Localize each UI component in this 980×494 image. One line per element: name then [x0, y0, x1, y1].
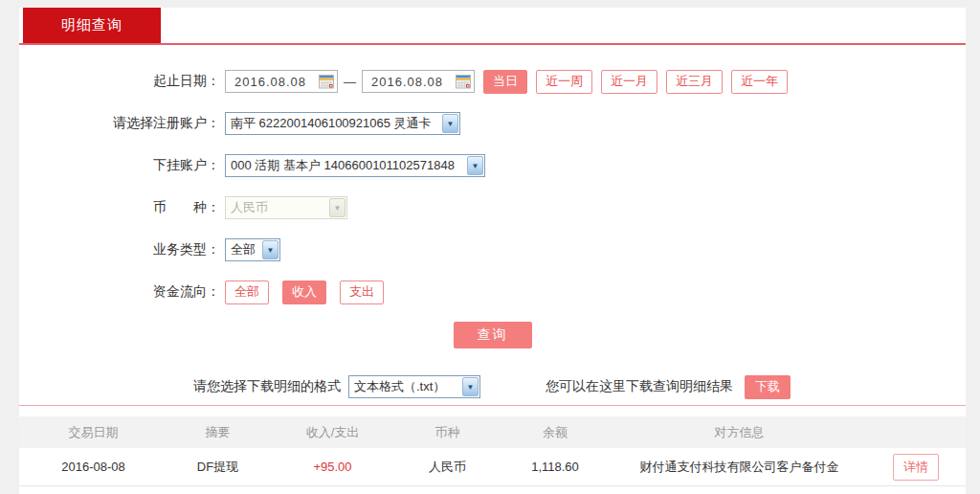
- query-button[interactable]: 查询: [454, 322, 532, 348]
- download-format-label: 请您选择下载明细的格式: [193, 378, 341, 395]
- download-format-select[interactable]: 文本格式（.txt） ▼: [348, 375, 480, 398]
- register-account-value: 南平 6222001406100921065 灵通卡: [226, 115, 442, 132]
- business-type-label: 业务类型：: [19, 241, 220, 258]
- business-type-select[interactable]: 全部 ▼: [225, 238, 280, 261]
- header-income-expense: 收入/支出: [268, 424, 397, 441]
- cell-summary: DF提现: [167, 459, 268, 476]
- fund-direction-expense-button[interactable]: 支出: [340, 281, 384, 304]
- chevron-down-icon: ▼: [442, 114, 458, 133]
- header-counterparty: 对方信息: [612, 424, 866, 441]
- cell-currency: 人民币: [397, 459, 498, 476]
- query-form: 起止日期： 2016.08.08: [19, 45, 966, 486]
- fund-direction-income-button[interactable]: 收入: [282, 281, 326, 304]
- cell-counterparty: 财付通支付科技有限公司客户备付金: [612, 459, 866, 476]
- chevron-down-icon: ▼: [329, 198, 345, 217]
- calendar-icon[interactable]: [456, 74, 471, 89]
- quick-range-month-button[interactable]: 近一月: [601, 70, 657, 94]
- date-range-row: 起止日期： 2016.08.08: [19, 69, 966, 94]
- quick-range-today-button[interactable]: 当日: [483, 70, 527, 94]
- currency-value: 人民币: [226, 199, 329, 216]
- register-account-select[interactable]: 南平 6222001406100921065 灵通卡 ▼: [225, 112, 460, 135]
- tab-detail-query[interactable]: 明细查询: [23, 8, 161, 43]
- download-hint: 您可以在这里下载查询明细结果: [546, 378, 733, 395]
- register-account-row: 请选择注册账户： 南平 6222001406100921065 灵通卡 ▼: [19, 111, 966, 136]
- register-account-label: 请选择注册账户：: [19, 115, 220, 132]
- end-date-value: 2016.08.08: [371, 75, 456, 89]
- fund-direction-all-button[interactable]: 全部: [225, 281, 269, 304]
- end-date-input[interactable]: 2016.08.08: [362, 70, 475, 93]
- table-header-row: 交易日期 摘要 收入/支出 币种 余额 对方信息: [19, 416, 966, 448]
- chevron-down-icon: ▼: [262, 240, 278, 259]
- business-type-value: 全部: [226, 241, 262, 258]
- sub-account-value: 000 活期 基本户 1406600101102571848: [226, 157, 467, 174]
- download-format-value: 文本格式（.txt）: [349, 378, 462, 395]
- start-date-value: 2016.08.08: [234, 75, 319, 89]
- business-type-row: 业务类型： 全部 ▼: [19, 237, 966, 262]
- header-trade-date: 交易日期: [19, 424, 167, 441]
- tab-label: 明细查询: [61, 16, 122, 34]
- date-range-label: 起止日期：: [19, 73, 220, 90]
- currency-label: 币 种：: [19, 199, 220, 216]
- page-background: 明细查询 起止日期： 2016.08.08: [0, 0, 980, 494]
- chevron-down-icon: ▼: [467, 156, 483, 175]
- date-separator: —: [344, 75, 356, 89]
- currency-row: 币 种： 人民币 ▼: [19, 195, 966, 220]
- currency-select: 人民币 ▼: [225, 196, 347, 219]
- cell-balance: 1,118.60: [498, 460, 612, 474]
- results-table: 交易日期 摘要 收入/支出 币种 余额 对方信息 2016-08-08 DF提现…: [19, 416, 966, 486]
- quick-range-year-button[interactable]: 近一年: [731, 70, 788, 94]
- start-date-input[interactable]: 2016.08.08: [225, 70, 338, 93]
- fund-direction-row: 资金流向： 全部 收入 支出: [19, 280, 966, 304]
- cell-amount: +95.00: [268, 460, 397, 474]
- table-row: 2016-08-08 DF提现 +95.00 人民币 1,118.60 财付通支…: [19, 448, 966, 486]
- cell-trade-date: 2016-08-08: [19, 460, 167, 474]
- fund-direction-label: 资金流向：: [19, 283, 220, 301]
- header-summary: 摘要: [167, 424, 268, 441]
- calendar-icon[interactable]: [319, 74, 334, 89]
- quick-range-3months-button[interactable]: 近三月: [666, 70, 723, 94]
- quick-range-week-button[interactable]: 近一周: [536, 70, 592, 94]
- download-button[interactable]: 下载: [745, 375, 791, 399]
- sub-account-label: 下挂账户：: [19, 157, 220, 174]
- cell-action: 详情: [866, 454, 966, 481]
- header-balance: 余额: [498, 424, 612, 441]
- content-panel: 明细查询 起止日期： 2016.08.08: [19, 8, 966, 494]
- section-divider: [19, 405, 966, 406]
- query-button-row: 查询: [19, 322, 966, 348]
- chevron-down-icon: ▼: [462, 377, 479, 396]
- detail-button[interactable]: 详情: [893, 454, 939, 481]
- header-currency: 币种: [397, 424, 498, 441]
- download-row: 请您选择下载明细的格式 文本格式（.txt） ▼ 您可以在这里下载查询明细结果 …: [19, 374, 966, 399]
- sub-account-row: 下挂账户： 000 活期 基本户 1406600101102571848 ▼: [19, 153, 966, 178]
- sub-account-select[interactable]: 000 活期 基本户 1406600101102571848 ▼: [225, 154, 485, 177]
